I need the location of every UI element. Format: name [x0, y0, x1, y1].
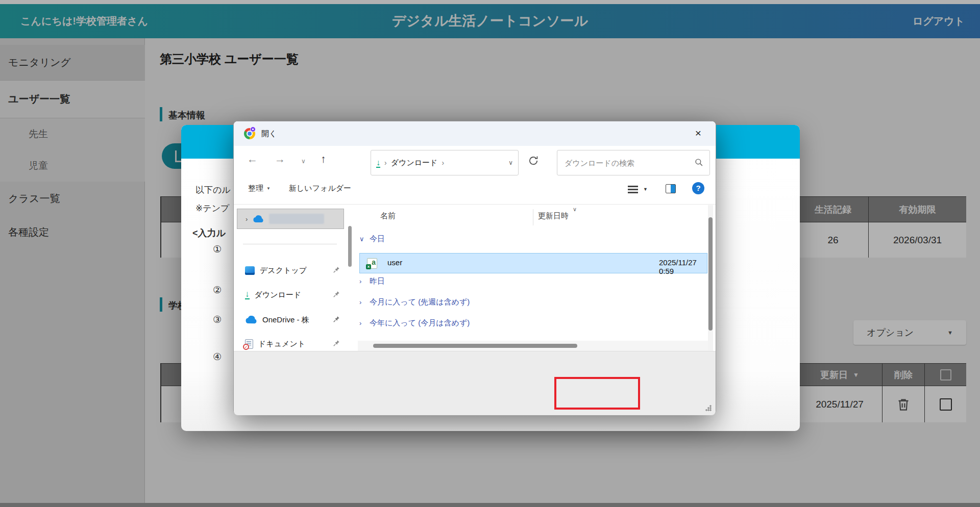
desktop-icon	[245, 266, 255, 275]
screen: こんにちは!学校管理者さん デジタル生活ノートコンソール ログアウト モニタリン…	[0, 0, 980, 507]
chevron-right-icon[interactable]: ›	[359, 277, 370, 285]
recent-locations-chevron-icon[interactable]: ∨	[301, 158, 306, 165]
breadcrumb[interactable]: ダウンロード	[391, 158, 438, 168]
divider	[243, 244, 337, 244]
chrome-profile-badge-icon	[250, 126, 256, 132]
divider	[234, 204, 716, 205]
chevron-down-icon: ▼	[266, 186, 271, 191]
dialog-titlebar[interactable]: 開く ×	[234, 121, 716, 146]
group-earlier-this-month[interactable]: ›今月に入って (先週は含めず)	[359, 297, 470, 307]
forward-icon[interactable]: →	[275, 153, 285, 165]
chevron-down-icon[interactable]: ∨	[359, 235, 370, 243]
dialog-footer: ファイル名(N): ∨ Microsoft Excel Comma Separa…	[234, 351, 716, 415]
breadcrumb-chevron-icon: ›	[384, 159, 387, 167]
documents-icon: ✓	[245, 339, 253, 349]
close-icon[interactable]: ×	[689, 125, 707, 141]
scrollbar-thumb[interactable]	[708, 217, 713, 331]
horizontal-scrollbar[interactable]	[358, 341, 708, 351]
up-icon[interactable]: ↑	[321, 153, 326, 165]
nav-pane-scrollbar[interactable]	[348, 226, 352, 267]
back-icon[interactable]: ←	[247, 153, 258, 165]
nav-item-label: ダウンロード	[255, 290, 302, 300]
help-icon[interactable]: ?	[692, 182, 704, 194]
search-box	[557, 150, 710, 175]
search-input[interactable]	[565, 151, 687, 174]
nav-item-onedrive-root[interactable]: ›	[237, 209, 344, 229]
view-mode-chevron-icon[interactable]: ▼	[643, 187, 648, 192]
address-dropdown-icon[interactable]: ∨	[508, 159, 513, 166]
downloads-folder-icon: ↓	[376, 158, 380, 168]
nav-item-label: ドキュメント	[258, 339, 305, 349]
chevron-right-icon[interactable]: ›	[359, 298, 370, 306]
new-folder-button[interactable]: 新しいフォルダー	[289, 184, 351, 193]
nav-item-label: デスクトップ	[260, 266, 307, 275]
pin-icon	[333, 266, 340, 275]
modal-step-1: ①	[213, 243, 222, 255]
pin-icon	[333, 291, 340, 299]
file-open-dialog: 開く × ← → ∨ ↑ ↓ › ダウンロード › ∨	[233, 121, 716, 415]
scrollbar-thumb[interactable]	[373, 344, 577, 348]
file-list-scrollbar[interactable]	[708, 205, 713, 351]
nav-item-documents[interactable]: ✓ ドキュメント	[237, 335, 345, 353]
pin-icon	[333, 316, 340, 324]
redacted-label	[269, 214, 324, 224]
chevron-right-icon[interactable]: ›	[246, 215, 248, 223]
file-modified-date: 2025/11/27 0:59	[659, 258, 707, 275]
column-divider[interactable]	[533, 209, 533, 225]
modal-step-3: ③	[213, 314, 222, 325]
group-yesterday[interactable]: ›昨日	[359, 276, 385, 286]
onedrive-cloud-icon	[253, 215, 264, 223]
file-name: user	[387, 258, 402, 267]
modal-step-4: ④	[213, 351, 222, 363]
refresh-icon[interactable]	[528, 155, 542, 169]
sort-chevron-icon[interactable]: ∨	[573, 206, 577, 213]
chevron-right-icon[interactable]: ›	[359, 319, 370, 327]
modal-step-2: ②	[213, 284, 222, 296]
column-header-date[interactable]: 更新日時	[538, 211, 569, 221]
column-header-name[interactable]: 名前	[380, 211, 396, 221]
modal-instruction-1: 以下のル	[195, 184, 231, 196]
dialog-title: 開く	[261, 129, 277, 139]
group-label: 今月に入って (先週は含めず)	[370, 297, 470, 306]
view-mode-icon[interactable]	[628, 186, 638, 193]
download-icon: ↓	[245, 290, 250, 299]
group-label: 今日	[370, 234, 385, 243]
file-row-selected[interactable]: user 2025/11/27 0:59	[359, 253, 707, 273]
group-label: 昨日	[370, 276, 385, 285]
organize-menu[interactable]: 整理▼	[248, 184, 271, 193]
breadcrumb-chevron-icon: ›	[442, 159, 444, 167]
address-bar[interactable]: ↓ › ダウンロード › ∨	[371, 150, 519, 175]
group-earlier-this-year[interactable]: ›今年に入って (今月は含めず)	[359, 318, 470, 328]
onedrive-cloud-icon	[245, 316, 257, 324]
resize-grip[interactable]	[705, 405, 712, 411]
nav-item-onedrive[interactable]: OneDrive - 株	[237, 311, 345, 329]
group-label: 今年に入って (今月は含めず)	[370, 318, 470, 327]
pin-icon	[333, 340, 340, 348]
nav-item-desktop[interactable]: デスクトップ	[237, 261, 345, 280]
group-today[interactable]: ∨今日	[359, 234, 385, 244]
csv-file-icon	[367, 258, 377, 269]
nav-item-downloads[interactable]: ↓ ダウンロード	[237, 286, 345, 304]
preview-pane-icon[interactable]	[666, 184, 676, 193]
modal-rule-heading: <入力ル	[192, 227, 226, 239]
organize-label: 整理	[248, 184, 263, 192]
search-icon	[695, 158, 703, 168]
nav-item-label: OneDrive - 株	[262, 315, 309, 325]
modal-instruction-2: ※テンプ	[195, 202, 229, 214]
